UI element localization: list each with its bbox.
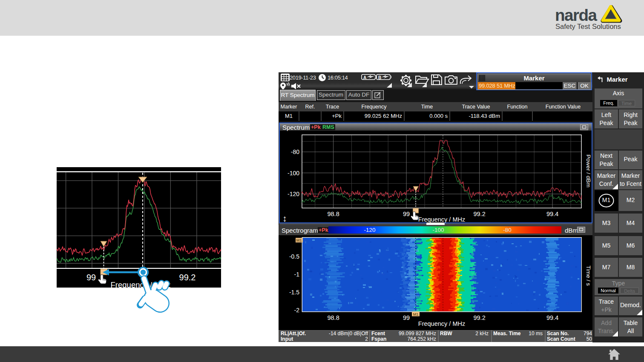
svg-text:99: 99 (403, 314, 410, 321)
svg-text:2019-11-23: 2019-11-23 (290, 74, 316, 81)
svg-text:-2: -2 (294, 307, 300, 314)
svg-text:-0.5: -0.5 (289, 253, 299, 260)
svg-text:99.2: 99.2 (179, 273, 196, 282)
svg-text:-1.5: -1.5 (289, 289, 299, 296)
svg-text:99.4: 99.4 (546, 314, 558, 321)
svg-text:-100: -100 (288, 170, 299, 177)
svg-text:B: B (378, 75, 381, 80)
svg-text:M1: M1 (296, 238, 302, 242)
svg-text:Frequency / MHz: Frequency / MHz (418, 216, 465, 222)
svg-text:Power / dBm: Power / dBm (585, 154, 592, 187)
svg-text:-80: -80 (291, 148, 299, 155)
svg-text:-80: -80 (503, 227, 512, 233)
svg-text:-120: -120 (288, 191, 299, 197)
svg-text:-100: -100 (432, 227, 444, 233)
svg-text:99.2: 99.2 (473, 314, 485, 321)
svg-text:Frequency / MHz: Frequency / MHz (418, 320, 465, 327)
svg-text:M1: M1 (413, 312, 419, 316)
svg-text:-120: -120 (364, 227, 375, 233)
svg-text:narda: narda (555, 6, 597, 24)
svg-text:99.4: 99.4 (546, 211, 558, 217)
svg-text:99.2: 99.2 (473, 211, 485, 217)
svg-text:99: 99 (403, 211, 410, 217)
svg-text:Safety Test Solutions: Safety Test Solutions (555, 23, 621, 30)
svg-text:A: A (363, 75, 366, 80)
svg-text:99: 99 (86, 273, 96, 282)
svg-text:16:05:14: 16:05:14 (328, 74, 348, 81)
svg-text:98.8: 98.8 (327, 211, 339, 217)
svg-text:↕: ↕ (282, 214, 287, 222)
svg-text:-1: -1 (294, 271, 300, 278)
svg-text:Time / s: Time / s (585, 265, 592, 286)
svg-text:98.8: 98.8 (327, 314, 339, 321)
